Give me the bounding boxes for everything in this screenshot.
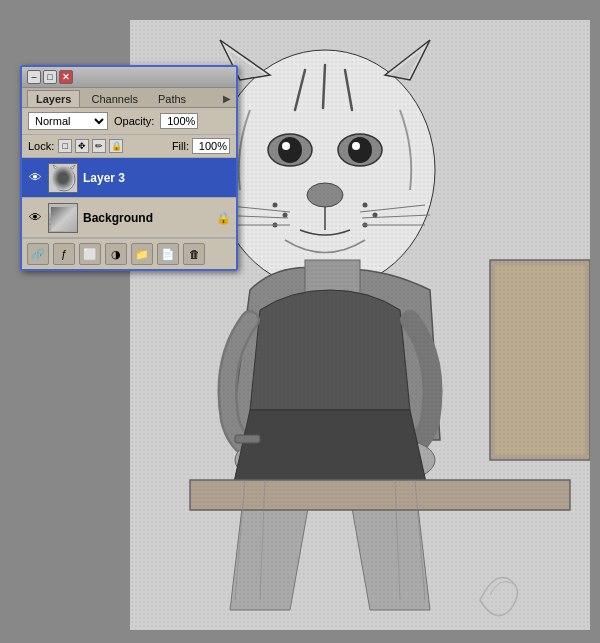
svg-line-55 xyxy=(49,219,78,224)
panel-footer: 🔗 ƒ ⬜ ◑ 📁 📄 🗑 xyxy=(22,238,236,269)
fill-label: Fill: xyxy=(172,140,189,152)
link-layers-button[interactable]: 🔗 xyxy=(27,243,49,265)
svg-rect-54 xyxy=(49,204,78,233)
tab-channels[interactable]: Channels xyxy=(82,90,146,107)
close-button[interactable]: ✕ xyxy=(59,70,73,84)
tab-menu-arrow[interactable]: ▶ xyxy=(223,93,231,104)
layer-item-background[interactable]: 👁 Background 🔒 xyxy=(22,198,236,238)
lock-transparent-icon[interactable]: □ xyxy=(58,139,72,153)
background-visibility-toggle[interactable]: 👁 xyxy=(27,210,43,226)
lock-position-icon[interactable]: ✏ xyxy=(92,139,106,153)
fill-control: Fill: xyxy=(172,138,230,154)
add-mask-button[interactable]: ⬜ xyxy=(79,243,101,265)
background-thumbnail xyxy=(48,203,78,233)
svg-point-49 xyxy=(56,173,62,178)
layer3-visibility-toggle[interactable]: 👁 xyxy=(27,170,43,186)
lock-icons-group: □ ✥ ✏ 🔒 xyxy=(58,139,123,153)
panel-title-buttons: – □ ✕ xyxy=(27,70,73,84)
panel-tabs: Layers Channels Paths ▶ xyxy=(22,88,236,108)
svg-point-48 xyxy=(53,167,75,191)
lock-image-icon[interactable]: ✥ xyxy=(75,139,89,153)
layers-list: 👁 Layer 3 👁 xyxy=(22,158,236,238)
new-layer-button[interactable]: 📄 xyxy=(157,243,179,265)
svg-line-56 xyxy=(49,224,78,229)
opacity-label: Opacity: xyxy=(114,115,154,127)
svg-point-51 xyxy=(61,180,67,184)
adjustment-layer-button[interactable]: ◑ xyxy=(105,243,127,265)
minimize-button[interactable]: – xyxy=(27,70,41,84)
layer-group-button[interactable]: 📁 xyxy=(131,243,153,265)
lock-all-icon[interactable]: 🔒 xyxy=(109,139,123,153)
lock-label: Lock: xyxy=(28,140,54,152)
tab-layers[interactable]: Layers xyxy=(27,90,80,107)
panel-titlebar: – □ ✕ xyxy=(22,67,236,88)
blend-opacity-row: Normal Multiply Screen Overlay Opacity: xyxy=(22,108,236,135)
background-lock-icon: 🔒 xyxy=(216,211,231,225)
background-name: Background xyxy=(83,211,211,225)
delete-layer-button[interactable]: 🗑 xyxy=(183,243,205,265)
fill-input[interactable] xyxy=(192,138,230,154)
layers-panel: – □ ✕ Layers Channels Paths ▶ Normal Mul… xyxy=(20,65,238,271)
layer-fx-button[interactable]: ƒ xyxy=(53,243,75,265)
opacity-input[interactable] xyxy=(160,113,198,129)
layer3-thumbnail xyxy=(48,163,78,193)
tab-paths[interactable]: Paths xyxy=(149,90,195,107)
lock-fill-row: Lock: □ ✥ ✏ 🔒 Fill: xyxy=(22,135,236,158)
layer-item-layer3[interactable]: 👁 Layer 3 xyxy=(22,158,236,198)
svg-rect-47 xyxy=(49,164,78,193)
blend-mode-select[interactable]: Normal Multiply Screen Overlay xyxy=(28,112,108,130)
maximize-button[interactable]: □ xyxy=(43,70,57,84)
layer3-name: Layer 3 xyxy=(83,171,231,185)
svg-point-50 xyxy=(66,173,72,178)
